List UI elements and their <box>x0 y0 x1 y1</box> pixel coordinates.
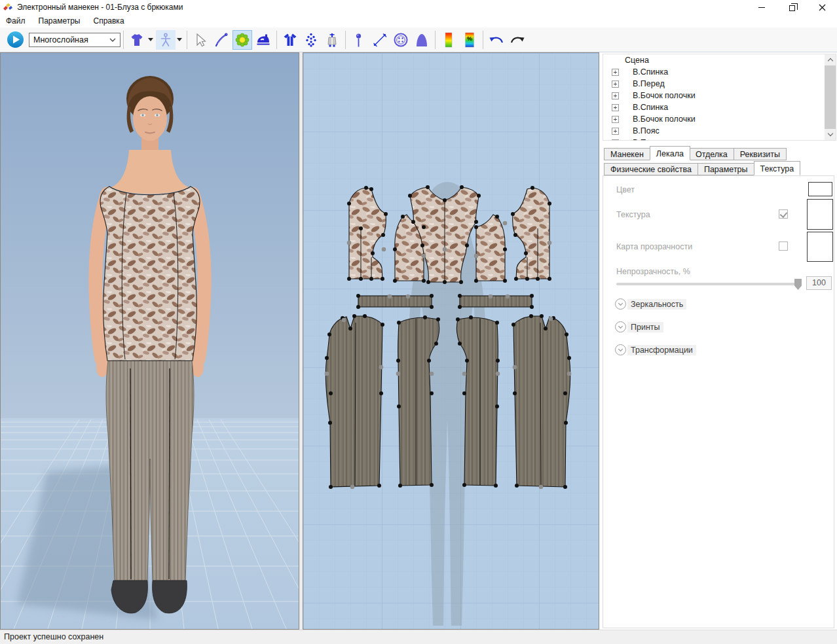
window-title: Электронный манекен - 01-Блуза с бркюкам… <box>17 3 183 12</box>
tab-texture[interactable]: Текстура <box>754 161 801 175</box>
garment-icon <box>129 32 145 48</box>
color-label: Цвет <box>616 185 635 194</box>
scroll-up-icon[interactable] <box>825 54 836 65</box>
gradient-percent-button[interactable]: % <box>460 30 479 50</box>
alpha-map-swatch[interactable] <box>807 232 833 262</box>
gradient-percent-icon: % <box>462 31 477 48</box>
texture-checkbox[interactable] <box>779 209 788 219</box>
dart-tool-button[interactable] <box>412 30 432 50</box>
select-tool-button[interactable] <box>191 30 210 50</box>
points-pattern-button[interactable] <box>301 30 321 50</box>
garment-button[interactable] <box>127 30 147 50</box>
chevron-down-icon[interactable] <box>615 298 626 310</box>
expand-icon[interactable] <box>612 128 619 135</box>
alpha-map-checkbox[interactable] <box>779 241 788 251</box>
tab-patterns[interactable]: Лекала <box>650 146 690 160</box>
expand-icon[interactable] <box>612 92 619 99</box>
tab-mannequin[interactable]: Манекен <box>604 148 650 160</box>
pin-tool-button[interactable] <box>349 30 369 50</box>
viewport-3d[interactable] <box>0 52 299 630</box>
color-swatch[interactable] <box>808 182 832 196</box>
button-icon <box>392 31 409 48</box>
layer-mode-select[interactable]: Многослойная <box>29 33 121 47</box>
tree-node-scene[interactable]: Сцена <box>603 54 836 66</box>
tree-node[interactable]: В.Спинка <box>603 66 836 78</box>
tree-node[interactable]: В.Перед <box>603 78 836 90</box>
iron-icon <box>255 32 271 48</box>
viewport-patterns[interactable] <box>303 52 599 630</box>
texture-form: Цвет Текстура Карта прозрачности Непрозр… <box>603 175 834 628</box>
tab-parameters[interactable]: Параметры <box>698 163 754 175</box>
chevron-down-icon[interactable] <box>615 344 626 355</box>
menu-parameters[interactable]: Параметры <box>32 14 87 27</box>
needle-icon <box>214 32 229 48</box>
scene-tree[interactable]: Сцена В.Спинка В.Перед В.Бочок полочки В… <box>603 54 836 141</box>
undo-button[interactable] <box>487 30 506 50</box>
main-tabs: Манекен Лекала Отделка Реквизиты <box>604 147 787 160</box>
tree-node[interactable]: В.Пояс <box>603 125 836 137</box>
opacity-value[interactable]: 100 <box>806 276 832 290</box>
chevron-down-icon[interactable] <box>615 321 626 332</box>
expand-icon[interactable] <box>612 80 619 88</box>
mannequin-pieces-button[interactable] <box>322 30 342 50</box>
tree-node[interactable]: В.Спинка <box>603 101 836 113</box>
tree-node[interactable]: В.Передняя левая часть <box>603 137 836 141</box>
mannequin-pose-button[interactable] <box>156 30 176 50</box>
menu-file[interactable]: Файл <box>0 14 32 27</box>
right-panel: Сцена В.Спинка В.Перед В.Бочок полочки В… <box>599 52 837 630</box>
scroll-down-icon[interactable] <box>825 129 836 140</box>
opacity-slider[interactable] <box>616 283 802 285</box>
close-icon <box>819 4 826 11</box>
section-transformations[interactable]: Трансформации <box>615 344 696 355</box>
tree-node[interactable]: В.Бочок полочки <box>603 113 836 125</box>
tree-node[interactable]: В.Бочок полочки <box>603 90 836 101</box>
gradient-map-button[interactable] <box>439 30 458 50</box>
status-bar: Проект успешно сохранен <box>0 630 837 644</box>
toolbar-separator <box>276 31 277 49</box>
restore-icon <box>789 5 795 11</box>
expand-icon[interactable] <box>612 139 619 141</box>
toolbar-separator <box>483 31 483 49</box>
undo-icon <box>487 32 506 48</box>
section-mirror[interactable]: Зеркальность <box>615 298 686 310</box>
layer-mode-value: Многослойная <box>33 35 88 45</box>
menu-help[interactable]: Справка <box>86 14 130 27</box>
cursor-icon <box>193 32 208 48</box>
tree-scrollbar[interactable] <box>825 54 836 140</box>
scroll-thumb[interactable] <box>825 65 836 129</box>
gradient-map-icon <box>441 31 456 48</box>
mannequin-pose-dropdown-arrow[interactable] <box>177 38 182 41</box>
tab-finishing[interactable]: Отделка <box>690 148 734 160</box>
minimize-button[interactable] <box>747 0 777 14</box>
expand-icon[interactable] <box>612 116 619 123</box>
play-button[interactable] <box>4 30 26 50</box>
opacity-label: Непрозрачность, % <box>616 267 690 276</box>
iron-tool-button[interactable] <box>253 30 273 50</box>
opacity-slider-thumb[interactable] <box>794 279 802 290</box>
close-button[interactable] <box>807 0 837 14</box>
restore-button[interactable] <box>777 0 807 14</box>
measure-icon <box>372 32 388 48</box>
texture-swatch[interactable] <box>807 199 833 230</box>
expand-icon[interactable] <box>612 104 619 111</box>
main-area: Сцена В.Спинка В.Перед В.Бочок полочки В… <box>0 52 837 630</box>
texture-tool-button[interactable] <box>232 30 252 50</box>
needle-tool-button[interactable] <box>212 30 231 50</box>
garment-pieces-button[interactable] <box>280 30 300 50</box>
app-icon <box>3 3 13 12</box>
app-window: Электронный манекен - 01-Блуза с бркюкам… <box>0 0 837 644</box>
toolbar-separator <box>123 31 124 49</box>
tab-physical-properties[interactable]: Физические свойства <box>604 163 698 175</box>
status-message: Проект успешно сохранен <box>4 632 103 641</box>
points-pattern-icon <box>303 32 319 48</box>
minimize-icon <box>758 7 765 8</box>
redo-button[interactable] <box>508 30 527 50</box>
measure-tool-button[interactable] <box>370 30 390 50</box>
section-prints[interactable]: Принты <box>615 321 663 332</box>
pin-icon <box>351 32 367 48</box>
expand-icon[interactable] <box>612 69 619 76</box>
tab-props[interactable]: Реквизиты <box>734 148 787 160</box>
mannequin-pose-icon <box>158 32 174 48</box>
button-tool-button[interactable] <box>391 30 411 50</box>
garment-dropdown-arrow[interactable] <box>148 38 153 41</box>
